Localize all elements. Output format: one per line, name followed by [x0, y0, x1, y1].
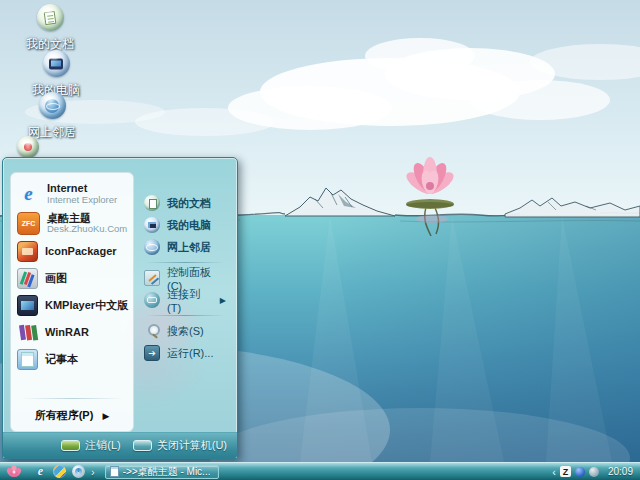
start-item-winrar[interactable]: WinRAR — [11, 319, 133, 346]
ie-page-icon — [110, 466, 119, 477]
item-label: 搜索(S) — [167, 324, 204, 339]
iconpackager-icon — [17, 241, 38, 262]
quicklaunch-expand-icon[interactable]: › — [91, 466, 95, 478]
start-item-internet[interactable]: Internet Internet Explorer — [11, 179, 133, 209]
item-title: 记事本 — [45, 353, 78, 366]
start-item-my-computer[interactable]: 我的电脑 — [142, 214, 228, 236]
taskbar-window-button[interactable]: ->>桌酷主题 - Mic... — [105, 465, 219, 479]
browser-quicklaunch-icon[interactable] — [72, 465, 85, 478]
my-computer-icon — [144, 217, 160, 233]
divider — [21, 398, 123, 399]
shut-down-icon — [133, 440, 152, 451]
desktop-icon-network-places[interactable]: 网上邻居 — [10, 92, 94, 141]
log-off-button[interactable]: 注销(L) — [61, 438, 120, 453]
start-menu: Internet Internet Explorer ZFC 桌酷主题 Desk… — [2, 157, 238, 459]
desktop-screen: 我的文档 我的电脑 网上邻居 Internet Internet Explore… — [0, 0, 640, 480]
all-programs-button[interactable]: 所有程序(P) ▶ — [11, 402, 133, 427]
item-label: 网上邻居 — [167, 240, 211, 255]
item-title: KMPlayer中文版 — [45, 299, 127, 312]
item-label: 我的文档 — [167, 196, 211, 211]
divider — [146, 262, 224, 263]
paint-icon — [17, 268, 38, 289]
network-places-icon — [144, 239, 160, 255]
start-menu-places-panel: 我的文档 我的电脑 网上邻居 控制面板(C) 连接到(T) — [134, 172, 232, 432]
winrar-icon — [17, 322, 38, 343]
start-menu-footer: 注销(L) 关闭计算机(U) — [3, 432, 237, 458]
arrow-right-icon: ▶ — [102, 411, 109, 421]
start-item-search[interactable]: 搜索(S) — [142, 320, 228, 342]
internet-explorer-icon[interactable] — [34, 465, 47, 478]
start-item-kmplayer[interactable]: KMPlayer中文版 — [11, 292, 133, 319]
quick-launch-bar: › — [34, 465, 95, 478]
item-label: 运行(R)... — [167, 346, 213, 361]
item-title: Internet — [47, 182, 117, 195]
tray-expand-icon[interactable]: ‹ — [552, 466, 556, 478]
connect-to-icon — [144, 292, 160, 308]
start-item-paint[interactable]: 画图 — [11, 265, 133, 292]
desktop-icon-partially-hidden[interactable] — [5, 136, 51, 158]
item-title: IconPackager — [45, 245, 117, 258]
item-label: 我的电脑 — [167, 218, 211, 233]
desktop-icon-my-documents[interactable]: 我的文档 — [8, 4, 92, 53]
start-button[interactable] — [0, 463, 28, 480]
search-icon — [144, 323, 160, 339]
log-off-icon — [61, 440, 80, 451]
zhuoku-tray-icon[interactable]: Z — [560, 466, 571, 477]
shut-down-button[interactable]: 关闭计算机(U) — [133, 438, 227, 453]
window-title: ->>桌酷主题 - Mic... — [123, 465, 211, 479]
kmplayer-icon — [17, 295, 38, 316]
log-off-label: 注销(L) — [85, 438, 120, 453]
run-icon — [144, 345, 160, 361]
divider — [146, 315, 224, 316]
item-subtitle: Internet Explorer — [47, 195, 117, 206]
lotus-start-icon — [6, 464, 22, 479]
system-tray: ‹ Z 20:09 — [552, 466, 640, 478]
start-menu-pinned-panel: Internet Internet Explorer ZFC 桌酷主题 Desk… — [10, 172, 134, 432]
network-places-icon — [39, 92, 66, 119]
partially-hidden-icon — [17, 136, 39, 158]
control-panel-icon — [144, 270, 160, 286]
my-documents-icon — [144, 195, 160, 211]
all-programs-label: 所有程序(P) — [35, 408, 94, 423]
zhuoku-theme-icon: ZFC — [17, 212, 40, 235]
start-item-notepad[interactable]: 记事本 — [11, 346, 133, 373]
start-item-iconpackager[interactable]: IconPackager — [11, 238, 133, 265]
media-player-icon[interactable] — [53, 465, 66, 478]
notepad-icon — [17, 349, 38, 370]
item-label: 连接到(T) — [167, 287, 206, 314]
item-title: 画图 — [45, 272, 67, 285]
my-documents-icon — [37, 4, 64, 31]
my-computer-icon — [43, 50, 70, 77]
taskbar: › ->>桌酷主题 - Mic... ‹ Z 20:09 — [0, 462, 640, 480]
start-item-network-places[interactable]: 网上邻居 — [142, 236, 228, 258]
submenu-arrow-icon: ▶ — [220, 296, 226, 305]
tray-volume-icon[interactable] — [589, 467, 599, 477]
start-item-run[interactable]: 运行(R)... — [142, 342, 228, 364]
internet-explorer-icon — [17, 182, 40, 205]
start-item-zhuoku-theme[interactable]: ZFC 桌酷主题 Desk.ZhuoKu.Com — [11, 209, 133, 239]
taskbar-clock: 20:09 — [608, 466, 633, 477]
tray-network-icon[interactable] — [575, 467, 585, 477]
shut-down-label: 关闭计算机(U) — [157, 438, 227, 453]
start-item-connect-to[interactable]: 连接到(T) ▶ — [142, 289, 228, 311]
item-subtitle: Desk.ZhuoKu.Com — [47, 224, 127, 235]
start-item-my-documents[interactable]: 我的文档 — [142, 192, 228, 214]
item-title: WinRAR — [45, 326, 89, 339]
